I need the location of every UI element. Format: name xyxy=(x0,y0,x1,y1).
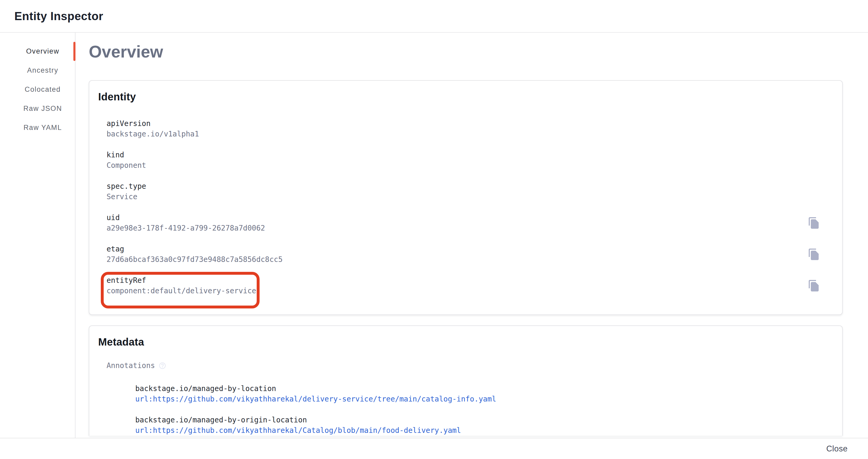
annotation-key: backstage.io/managed-by-origin-location xyxy=(135,415,833,425)
sidebar-item-label: Ancestry xyxy=(27,66,58,75)
field-value: a29e98e3-178f-4192-a799-26278a7d0062 xyxy=(106,223,265,233)
sidebar-item-colocated[interactable]: Colocated xyxy=(0,80,75,99)
entity-inspector-dialog: Entity Inspector Overview Ancestry Coloc… xyxy=(0,0,868,459)
field-value: Service xyxy=(106,192,146,202)
field-label: entityRef xyxy=(106,275,256,286)
metadata-card-title: Metadata xyxy=(98,336,833,348)
annotation-row: backstage.io/managed-by-origin-location … xyxy=(135,415,833,436)
identity-card-title: Identity xyxy=(98,91,833,103)
identity-card: Identity apiVersion backstage.io/v1alpha… xyxy=(89,80,843,315)
field-row-kind: kind Component xyxy=(106,150,833,171)
field-row-spec-type: spec.type Service xyxy=(106,181,833,202)
annotations-label: Annotations xyxy=(106,361,155,371)
field-value: component:default/delivery-service xyxy=(106,286,256,296)
sidebar-item-raw-yaml[interactable]: Raw YAML xyxy=(0,118,75,137)
dialog-footer: Close xyxy=(0,438,868,459)
annotation-link[interactable]: url:https://github.com/vikyathharekal/Ca… xyxy=(135,426,461,435)
field-row-entityref: entityRef component:default/delivery-ser… xyxy=(106,275,833,296)
annotations-header: Annotations xyxy=(106,361,833,371)
close-button[interactable]: Close xyxy=(822,441,852,456)
annotations-list: backstage.io/managed-by-location url:htt… xyxy=(135,383,833,436)
sidebar-nav: Overview Ancestry Colocated Raw JSON Raw… xyxy=(0,33,75,438)
field-row-uid: uid a29e98e3-178f-4192-a799-26278a7d0062 xyxy=(106,212,833,233)
dialog-title: Entity Inspector xyxy=(14,10,103,23)
active-tab-indicator xyxy=(73,42,75,61)
sidebar-item-raw-json[interactable]: Raw JSON xyxy=(0,99,75,118)
metadata-card: Metadata Annotations backstage.io/manage… xyxy=(89,325,843,436)
sidebar-item-overview[interactable]: Overview xyxy=(0,42,75,61)
sidebar-item-ancestry[interactable]: Ancestry xyxy=(0,61,75,80)
field-value: Component xyxy=(106,160,146,171)
copy-entityref-button[interactable] xyxy=(808,280,820,292)
field-row-apiversion: apiVersion backstage.io/v1alpha1 xyxy=(106,118,833,139)
field-value: 27d6a6bcaf363a0c97fd73e9488c7a5856dc8cc5 xyxy=(106,254,283,265)
sidebar-item-label: Raw JSON xyxy=(24,105,62,113)
field-value: backstage.io/v1alpha1 xyxy=(106,129,199,139)
copy-icon xyxy=(808,248,820,261)
annotation-value: url:https://github.com/vikyathharekal/Ca… xyxy=(135,425,833,436)
field-label: kind xyxy=(106,150,146,160)
field-label: spec.type xyxy=(106,181,146,192)
sidebar-item-label: Raw YAML xyxy=(24,124,62,132)
dialog-body: Overview Ancestry Colocated Raw JSON Raw… xyxy=(0,33,868,438)
field-label: apiVersion xyxy=(106,118,199,129)
copy-etag-button[interactable] xyxy=(808,248,820,261)
sidebar-item-label: Colocated xyxy=(25,85,61,93)
copy-icon xyxy=(808,280,820,292)
field-row-etag: etag 27d6a6bcaf363a0c97fd73e9488c7a5856d… xyxy=(106,244,833,265)
annotation-link[interactable]: url:https://github.com/vikyathharekal/de… xyxy=(135,395,496,403)
annotation-value: url:https://github.com/vikyathharekal/de… xyxy=(135,394,833,404)
field-label: etag xyxy=(106,244,283,254)
main-content: Overview Identity apiVersion backstage.i… xyxy=(75,33,868,438)
copy-icon xyxy=(808,217,820,229)
page-title: Overview xyxy=(89,42,843,61)
dialog-header: Entity Inspector xyxy=(0,0,868,33)
annotation-row: backstage.io/managed-by-location url:htt… xyxy=(135,383,833,404)
identity-fields: apiVersion backstage.io/v1alpha1 kind Co… xyxy=(106,118,833,296)
annotation-key: backstage.io/managed-by-location xyxy=(135,383,833,394)
field-label: uid xyxy=(106,212,265,223)
copy-uid-button[interactable] xyxy=(808,217,820,229)
sidebar-item-label: Overview xyxy=(26,47,59,55)
help-circle-icon[interactable] xyxy=(158,362,166,370)
